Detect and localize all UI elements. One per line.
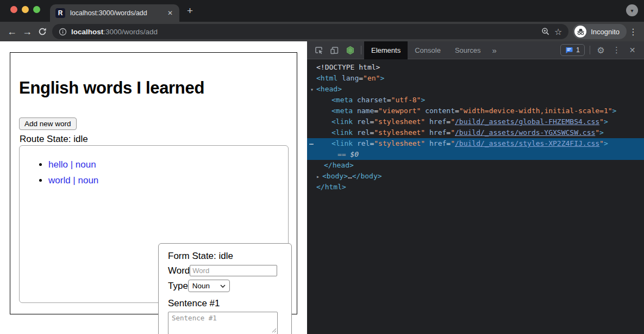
code-token: <meta [332, 107, 353, 115]
add-new-word-button[interactable]: Add new word [19, 117, 77, 130]
code-token: = [446, 128, 451, 137]
code-token: = [359, 74, 363, 82]
tab-sources[interactable]: Sources [448, 41, 488, 59]
code-token: $0 [350, 150, 359, 158]
device-toolbar-button[interactable] [327, 41, 342, 59]
devtools-code-line[interactable]: </head> [307, 160, 644, 171]
devtools-code-line[interactable]: </html> [307, 182, 644, 193]
resize-handle-icon[interactable] [272, 328, 277, 333]
word-list: hello | noun world | noun [20, 159, 288, 186]
issues-counter[interactable]: 1 [560, 44, 585, 56]
code-token: " [451, 139, 455, 147]
code-token: /build/_assets/words-YGXSWCSW.css [455, 128, 595, 137]
site-info-icon[interactable] [59, 28, 67, 36]
code-token: = [446, 117, 451, 126]
devtools-code-line[interactable]: …<link rel="stylesheet" href="/build/_as… [307, 138, 644, 149]
code-token: lang [337, 74, 359, 82]
devtools-close-button[interactable]: ✕ [624, 41, 640, 59]
code-token: "stylesheet" [374, 117, 425, 126]
more-tabs-button[interactable]: » [488, 46, 501, 55]
devtools-settings-button[interactable]: ⚙ [593, 41, 609, 59]
incognito-icon [574, 26, 586, 38]
code-token: charset [353, 96, 387, 104]
code-token: > [612, 107, 617, 115]
code-token: content [421, 107, 455, 115]
devtools-toolbar: Elements Console Sources » 1 ⚙ ⋮ ✕ [307, 41, 644, 59]
code-token: " [599, 117, 604, 126]
close-window-button[interactable] [10, 6, 17, 13]
back-button[interactable]: ← [4, 24, 20, 39]
code-token: name [353, 107, 374, 115]
code-token: /build/_assets/global-FHZEMBS4.css [455, 117, 599, 126]
word-link-hello[interactable]: hello | noun [48, 159, 96, 170]
devtools-code-line[interactable]: <meta charset="utf-8"> [307, 95, 644, 106]
list-item: hello | noun [48, 159, 288, 170]
tab-title: localhost:3000/words/add [70, 9, 161, 17]
code-token: … [348, 172, 352, 180]
word-input[interactable] [190, 265, 277, 276]
minimize-window-button[interactable] [22, 6, 29, 13]
code-token: "en" [363, 74, 380, 82]
extension-hexagon-icon[interactable] [342, 41, 358, 59]
issues-chat-icon [565, 47, 573, 54]
reload-button[interactable] [35, 24, 50, 39]
code-token: " [451, 117, 455, 126]
type-select[interactable]: Noun [188, 280, 230, 292]
inspect-element-button[interactable] [311, 41, 327, 59]
devtools-code-line[interactable]: ▸<body>…</body> [307, 171, 644, 182]
page-title: English words I learned [19, 78, 297, 98]
incognito-badge[interactable]: Incognito [573, 24, 627, 39]
code-token: > [421, 96, 425, 104]
chevron-down-icon [220, 284, 226, 288]
url-text: localhost:3000/words/add [71, 28, 158, 36]
maximize-window-button[interactable] [33, 6, 40, 13]
devtools-code-line[interactable]: <!DOCTYPE html> [307, 62, 644, 73]
browser-menu-button[interactable]: ⋮ [627, 27, 640, 37]
elements-tree[interactable]: <!DOCTYPE html><html lang="en">▾<head><m… [307, 59, 644, 334]
browser-tab[interactable]: R localhost:3000/words/add ✕ [50, 4, 179, 22]
code-token: " [595, 128, 599, 137]
traffic-lights [10, 6, 40, 13]
sentence-textarea[interactable] [168, 312, 278, 334]
code-token: "width=device-width,initial-scale=1" [459, 107, 612, 115]
line-actions-icon[interactable]: … [309, 137, 313, 148]
web-page: English words I learned Add new word Rou… [0, 41, 307, 334]
word-field-row: Word [168, 265, 282, 276]
address-bar[interactable]: localhost:3000/words/add ☆ [52, 24, 568, 39]
browser-window: R localhost:3000/words/add ✕ + ▾ ← → loc… [0, 0, 644, 334]
zoom-page-icon[interactable] [541, 27, 550, 36]
route-state-text: Route State: idle [20, 134, 297, 145]
devtools-code-line[interactable]: <meta name="viewport" content="width=dev… [307, 106, 644, 116]
remix-favicon-icon: R [55, 8, 65, 18]
tab-strip: R localhost:3000/words/add ✕ + ▾ [0, 0, 644, 22]
issues-count: 1 [576, 46, 580, 54]
devtools-code-line[interactable]: <html lang="en"> [307, 73, 644, 84]
code-token: > [380, 74, 384, 82]
code-token: = [446, 139, 451, 147]
tab-console[interactable]: Console [408, 41, 448, 59]
tab-elements[interactable]: Elements [364, 41, 408, 59]
word-link-world[interactable]: world | noun [48, 175, 98, 185]
content-area: English words I learned Add new word Rou… [0, 41, 644, 334]
devtools-code-line[interactable]: == $0 [307, 149, 644, 160]
code-token: > [604, 139, 608, 147]
devtools-code-line[interactable]: <link rel="stylesheet" href="/build/_ass… [307, 116, 644, 127]
devtools-code-line[interactable]: <link rel="stylesheet" href="/build/_ass… [307, 127, 644, 138]
forward-button[interactable]: → [20, 24, 35, 39]
devtools-menu-button[interactable]: ⋮ [609, 41, 624, 59]
new-tab-button[interactable]: + [187, 7, 193, 15]
code-token: = [455, 107, 459, 115]
code-token: rel [353, 128, 370, 137]
code-token: rel [353, 139, 370, 147]
bookmark-star-icon[interactable]: ☆ [554, 27, 562, 37]
tab-search-button[interactable]: ▾ [626, 4, 638, 16]
devtools-code-line[interactable]: ▾<head> [307, 84, 644, 95]
expand-arrow-icon[interactable]: ▾ [310, 84, 316, 95]
collapse-arrow-icon[interactable]: ▸ [316, 171, 322, 182]
tab-close-icon[interactable]: ✕ [166, 9, 174, 17]
code-token: <link [332, 139, 353, 147]
code-token: <!DOCTYPE html> [316, 63, 380, 71]
code-token: > [599, 128, 604, 137]
word-label: Word [168, 265, 190, 276]
code-token: href [425, 128, 446, 137]
